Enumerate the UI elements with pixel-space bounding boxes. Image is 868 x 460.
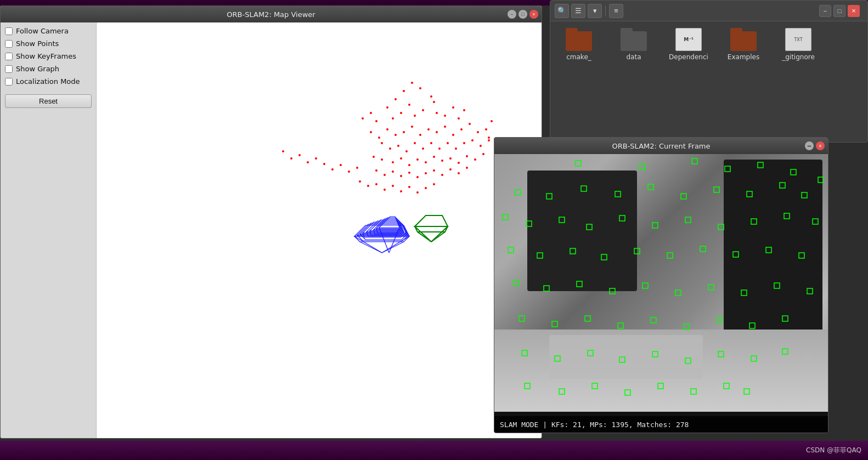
svg-point-5: [408, 104, 410, 106]
show-graph-label: Show Graph: [16, 65, 59, 73]
svg-point-63: [474, 158, 476, 161]
svg-point-11: [414, 115, 416, 117]
svg-rect-155: [537, 253, 543, 258]
cf-close-button[interactable]: ×: [816, 141, 825, 150]
toolbar-separator: [605, 5, 606, 16]
show-keyframes-checkbox[interactable]: [5, 53, 13, 60]
svg-rect-159: [667, 253, 673, 258]
folder-examples-label: Examples: [728, 53, 759, 61]
localization-mode-item: Localization Mode: [5, 77, 92, 86]
svg-point-95: [348, 171, 350, 173]
svg-rect-156: [570, 248, 576, 254]
svg-line-118: [379, 228, 389, 253]
svg-rect-186: [619, 357, 625, 362]
svg-rect-183: [522, 350, 527, 356]
svg-point-40: [405, 150, 408, 152]
list-view-button[interactable]: ☰: [571, 4, 585, 18]
svg-point-7: [422, 109, 424, 111]
map-viewer-title: ORB-SLAM2: Map Viewer: [227, 10, 315, 19]
file-gitignore[interactable]: TXT _gitignore: [776, 28, 820, 61]
svg-point-78: [367, 185, 369, 187]
fm-maximize-button[interactable]: □: [833, 5, 846, 17]
svg-point-81: [392, 185, 394, 187]
svg-point-94: [340, 164, 342, 166]
svg-point-55: [408, 164, 410, 166]
svg-point-31: [460, 128, 463, 130]
file-dependencies[interactable]: M⁻¹ Dependenci: [667, 28, 711, 61]
svg-rect-194: [592, 383, 598, 389]
fm-close-button[interactable]: ×: [848, 5, 860, 17]
svg-point-24: [403, 131, 405, 133]
svg-line-124: [418, 232, 431, 242]
svg-point-21: [378, 137, 380, 139]
svg-rect-126: [576, 161, 581, 166]
svg-rect-133: [546, 194, 552, 199]
folder-cmake[interactable]: cmake_: [557, 28, 601, 61]
current-frame-titlebar: ORB-SLAM2: Current Frame − ×: [494, 138, 828, 154]
svg-point-51: [373, 156, 375, 158]
map-viewer-window: ORB-SLAM2: Map Viewer − □ × Follow Camer…: [0, 5, 542, 439]
svg-point-87: [282, 150, 284, 152]
svg-point-45: [447, 142, 449, 144]
show-graph-checkbox[interactable]: [5, 65, 13, 73]
svg-rect-140: [780, 183, 785, 188]
menu-button[interactable]: ≡: [609, 4, 623, 18]
cf-minimize-button[interactable]: −: [805, 141, 814, 150]
svg-point-23: [394, 134, 397, 136]
close-button[interactable]: ×: [529, 10, 538, 19]
svg-rect-187: [652, 351, 658, 357]
file-dependencies-label: Dependenci: [669, 53, 708, 61]
svg-rect-173: [807, 288, 813, 294]
svg-rect-191: [782, 349, 788, 354]
svg-point-48: [471, 139, 474, 141]
svg-point-28: [436, 131, 438, 133]
current-frame-title: ORB-SLAM2: Current Frame: [612, 142, 710, 150]
localization-mode-checkbox[interactable]: [5, 78, 13, 86]
svg-point-57: [425, 161, 427, 163]
svg-point-20: [370, 131, 372, 133]
svg-rect-185: [588, 350, 593, 356]
svg-point-82: [400, 190, 402, 192]
svg-point-46: [455, 147, 457, 150]
svg-rect-130: [758, 162, 763, 168]
search-button[interactable]: 🔍: [555, 4, 569, 18]
svg-rect-136: [648, 184, 653, 190]
svg-rect-169: [675, 290, 681, 296]
folder-data-label: data: [626, 53, 641, 61]
maximize-button[interactable]: □: [518, 10, 527, 19]
svg-point-85: [425, 187, 427, 189]
svg-rect-180: [717, 317, 722, 323]
svg-rect-176: [585, 316, 590, 321]
svg-point-29: [444, 126, 446, 128]
svg-rect-182: [782, 316, 788, 321]
svg-point-52: [381, 158, 383, 161]
folder-data[interactable]: data: [612, 28, 656, 61]
svg-point-8: [433, 101, 435, 103]
folder-examples[interactable]: Examples: [722, 28, 765, 61]
svg-point-60: [449, 157, 452, 160]
svg-point-92: [323, 163, 325, 165]
svg-point-18: [362, 117, 364, 120]
svg-rect-153: [813, 219, 818, 224]
map-viewer-titlebar: ORB-SLAM2: Map Viewer − □ ×: [1, 6, 542, 22]
svg-point-79: [375, 183, 377, 185]
svg-rect-178: [651, 317, 656, 323]
show-points-checkbox[interactable]: [5, 40, 13, 48]
file-manager-window: 🔍 ☰ ▾ ≡ − □ × cmake_ data: [550, 0, 868, 143]
svg-point-56: [416, 158, 419, 161]
fm-minimize-button[interactable]: −: [819, 5, 831, 17]
folder-examples-icon: [730, 28, 757, 51]
status-text: SLAM MODE | KFs: 21, MPs: 1395, Matches:…: [500, 421, 689, 429]
svg-point-90: [307, 161, 309, 163]
follow-camera-item: Follow Camera: [5, 27, 92, 35]
svg-rect-142: [818, 177, 824, 183]
svg-line-99: [354, 236, 382, 253]
minimize-button[interactable]: −: [508, 10, 516, 19]
svg-point-3: [394, 98, 397, 100]
svg-rect-152: [784, 213, 790, 219]
svg-rect-160: [700, 246, 706, 252]
svg-rect-163: [799, 253, 804, 258]
follow-camera-checkbox[interactable]: [5, 27, 13, 35]
reset-button[interactable]: Reset: [5, 94, 92, 108]
list-view-arrow-button[interactable]: ▾: [588, 4, 602, 18]
